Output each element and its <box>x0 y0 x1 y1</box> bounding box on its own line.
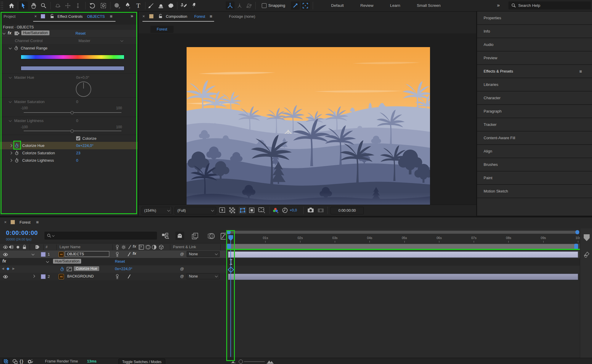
hand-tool[interactable] <box>29 1 38 10</box>
colorize-saturation-value[interactable]: 23 <box>76 151 80 155</box>
layer2-parent-dropdown[interactable]: None <box>187 273 220 279</box>
selection-tool[interactable] <box>19 1 28 10</box>
tab-composition-title[interactable]: Composition <box>166 14 187 19</box>
colorize-hue-value[interactable]: 0x+224,0° <box>76 143 94 148</box>
camera-roi-tool[interactable] <box>99 1 108 10</box>
workspace-tab-learn[interactable]: Learn <box>382 3 409 8</box>
comp-panel-menu-icon[interactable]: ≡ <box>210 14 212 19</box>
right-panel-item-character[interactable]: Character <box>477 92 592 105</box>
exposure-value[interactable]: +0,0 <box>290 208 297 212</box>
puppet-pin-tool[interactable] <box>190 1 198 10</box>
timeline-timecode[interactable]: 0:00:00:00 <box>6 229 38 236</box>
motion-blur-icon[interactable] <box>207 233 215 239</box>
colorize-checkbox[interactable] <box>76 136 80 140</box>
clone-stamp-tool[interactable] <box>156 1 165 10</box>
layer-row-objects[interactable]: 1 Ai OBJECTS fx @ None <box>0 251 226 258</box>
shape-tool[interactable] <box>113 1 121 10</box>
tab-project[interactable]: Project <box>4 14 15 19</box>
timeline-panel-menu-icon[interactable]: ≡ <box>36 219 39 225</box>
layer-row-background[interactable]: 2 Ai BACKGROUND @ None <box>0 273 226 280</box>
resolution-dropdown[interactable]: (Full) <box>175 207 216 214</box>
effect-row-reset-link[interactable]: Reset <box>115 259 125 264</box>
magnification-dropdown[interactable]: (154%) <box>142 207 172 214</box>
workspace-tab-small-screen[interactable]: Small Screen <box>409 3 449 8</box>
orbit-camera-tool[interactable] <box>53 1 62 10</box>
colorize-saturation-row[interactable]: Colorize Saturation 23 <box>0 150 138 157</box>
scrollbar-right-cap[interactable] <box>575 230 579 234</box>
right-panel-item-motion-sketch[interactable]: Motion Sketch <box>477 185 592 198</box>
panel-overflow-icon[interactable]: » <box>131 13 133 19</box>
snapping-checkbox[interactable] <box>262 3 267 8</box>
right-panel-item-libraries[interactable]: Libraries <box>477 78 592 92</box>
comp-marker-bin-icon[interactable] <box>583 251 590 258</box>
right-panel-item-brushes[interactable]: Brushes <box>477 158 592 171</box>
lightness-slider-track[interactable] <box>24 131 121 131</box>
toggle-switches-modes-button[interactable]: Toggle Switches / Modes <box>118 359 165 364</box>
pen-tool[interactable] <box>123 1 132 10</box>
work-area-bar[interactable] <box>227 244 578 249</box>
colorize-lightness-value[interactable]: 0 <box>76 158 78 163</box>
right-panel-item-tracker[interactable]: Tracker <box>477 118 592 132</box>
layer2-visibility-icon[interactable] <box>3 275 8 279</box>
type-tool[interactable]: T <box>134 1 143 10</box>
fast-previews-icon[interactable] <box>219 207 226 213</box>
local-axis-mode-button[interactable] <box>226 1 235 10</box>
expand-render-time-button[interactable] <box>27 359 33 364</box>
right-panel-item-content-aware-fill[interactable]: Content-Aware Fill <box>477 132 592 145</box>
master-hue-dial[interactable] <box>76 81 91 97</box>
rotation-tool[interactable] <box>88 1 97 10</box>
playhead-head[interactable] <box>228 235 233 241</box>
tab-footage[interactable]: Footage (none) <box>229 14 255 19</box>
channel-range-row[interactable]: Channel Range <box>0 45 138 52</box>
master-lightness-value[interactable]: 0 <box>76 118 78 123</box>
roto-brush-tool[interactable] <box>179 1 188 10</box>
layer1-pickwhip-icon[interactable]: @ <box>180 252 184 256</box>
background-layer-bar[interactable] <box>228 274 578 280</box>
tab-effect-controls-title[interactable]: Effect Controls <box>57 14 83 19</box>
workspace-tab-default[interactable]: Default <box>323 3 352 8</box>
timeline-zoom-track[interactable] <box>244 361 265 362</box>
layer2-quality-icon[interactable] <box>127 274 131 279</box>
layer1-parent-dropdown[interactable]: None <box>187 251 220 257</box>
right-panel-item-info[interactable]: Info <box>477 25 592 38</box>
saturation-slider-track[interactable] <box>24 112 121 113</box>
colorize-lightness-stopwatch-icon[interactable] <box>15 158 19 163</box>
colorize-lightness-row[interactable]: Colorize Lightness 0 <box>0 157 138 164</box>
exposure-icon[interactable] <box>282 207 288 213</box>
right-panel-item-properties[interactable]: Properties <box>477 12 592 25</box>
property-value[interactable]: 0x+224,0° <box>115 267 132 271</box>
expand-in-out-button[interactable]: { } <box>20 359 23 364</box>
colorize-saturation-expander-icon[interactable] <box>9 152 12 155</box>
comp-tab-close-icon[interactable]: × <box>142 14 145 19</box>
timeline-tab-close-icon[interactable]: × <box>4 220 7 225</box>
fx-badge-icon[interactable]: fx <box>8 31 11 35</box>
region-of-interest-icon[interactable] <box>249 207 255 213</box>
unlock-icon[interactable] <box>50 14 54 18</box>
keyframe-nav-current-icon[interactable]: ◆ <box>7 266 9 271</box>
tab-timeline-forest[interactable]: Forest <box>20 220 31 225</box>
layer1-fx-icon[interactable]: fx <box>133 251 136 256</box>
layer2-label-swatch[interactable] <box>41 274 46 279</box>
effect-row-hue-saturation[interactable]: fx Hue/Saturation Reset <box>0 258 226 266</box>
view-axis-mode-button[interactable] <box>245 1 254 10</box>
draft-3d-icon[interactable] <box>175 232 184 240</box>
master-saturation-expander-icon[interactable] <box>9 100 12 103</box>
layer1-shy-icon[interactable] <box>115 252 120 257</box>
master-lightness-expander-icon[interactable] <box>9 119 12 122</box>
timeline-h-scrollbar[interactable] <box>227 231 579 234</box>
scrollbar-left-cap[interactable] <box>227 230 231 234</box>
tab-composition-target[interactable]: Forest <box>194 14 205 19</box>
parent-link-column-label[interactable]: Parent & Link <box>173 245 196 249</box>
layer-name-column-label[interactable]: Layer Name <box>60 245 81 249</box>
tab-effect-controls-target[interactable]: OBJECTS <box>87 14 105 19</box>
comp-timecode-box[interactable]: 0:00:00:00 <box>331 207 364 214</box>
comp-viewer-area[interactable] <box>139 33 476 205</box>
composition-mini-flowchart-icon[interactable] <box>162 233 170 239</box>
expand-layer-switches-button[interactable] <box>2 359 10 364</box>
layer2-shy-icon[interactable] <box>115 274 120 279</box>
channel-range-expander-icon[interactable] <box>9 46 12 49</box>
transparency-grid-icon[interactable] <box>229 207 235 213</box>
property-name-chip[interactable]: Colorize Hue <box>74 266 99 271</box>
timeline-zoom-knob[interactable] <box>239 360 243 364</box>
frame-blending-icon[interactable] <box>192 233 200 239</box>
